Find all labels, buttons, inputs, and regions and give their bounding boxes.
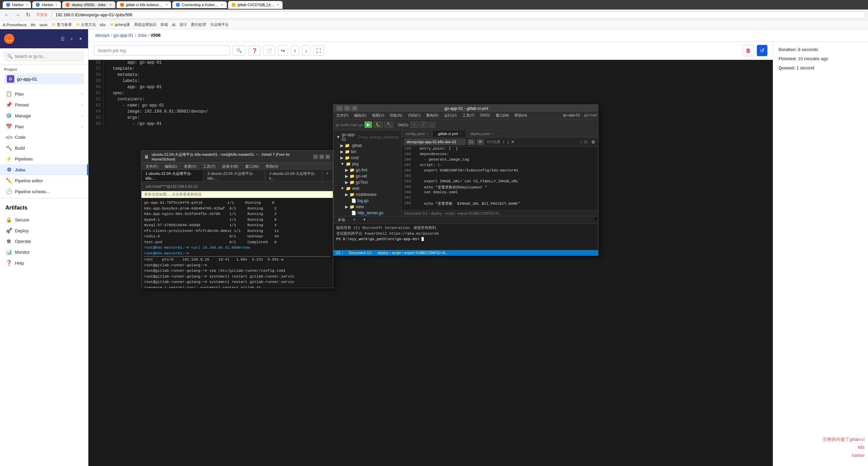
menu-window[interactable]: 窗口(W) bbox=[244, 164, 260, 169]
ide-tab-config[interactable]: config.yaml × bbox=[402, 130, 433, 137]
ide-term-tab-new[interactable]: + bbox=[349, 216, 359, 223]
download-btn[interactable]: 📄 bbox=[263, 46, 275, 56]
maximize-btn[interactable]: □ bbox=[319, 154, 324, 159]
xshell-tab-2[interactable]: 2 ubuntu-22.04-大运维平台-k8s-... bbox=[203, 170, 265, 181]
ide-word-btn[interactable]: W bbox=[477, 139, 483, 145]
ide-settings-btn[interactable]: ⚙ bbox=[591, 139, 595, 145]
tab-k8s[interactable]: Connecting a Kuberne... × bbox=[172, 1, 227, 8]
ide-maximize-btn[interactable]: □ bbox=[344, 106, 350, 111]
bookmark-review[interactable]: 复习备课 bbox=[52, 22, 72, 27]
menu-tools[interactable]: 工具(T) bbox=[202, 164, 217, 169]
gitlab-logo[interactable]: 🦊 bbox=[4, 34, 14, 44]
ide-term-tab-local[interactable]: 本地 bbox=[334, 216, 349, 223]
tree-item[interactable]: ▶📁 go-fmt bbox=[334, 167, 401, 173]
forward-btn[interactable]: → bbox=[14, 11, 22, 19]
ide-tab-close-icon[interactable]: × bbox=[427, 132, 429, 136]
menu-help[interactable]: 帮助(H) bbox=[264, 164, 279, 169]
bookmark-prometheus[interactable]: A-Prometheus bbox=[3, 23, 27, 27]
ide-filetree[interactable]: ▼go-app-01 D:\nyy_work\go_path\src\g▶📁 .… bbox=[334, 130, 402, 216]
tab-cicd[interactable]: gitlab CI/CD与线上k8s... × bbox=[228, 1, 283, 9]
ide-menu-git[interactable]: Git(G) bbox=[477, 112, 493, 119]
tree-item[interactable]: ▶📁 cmd bbox=[334, 155, 401, 161]
ide-case-btn[interactable]: Cc bbox=[467, 139, 475, 145]
tab-close-btn[interactable]: × bbox=[277, 3, 279, 7]
tab-harbor1[interactable]: Harbor × bbox=[3, 1, 31, 8]
new-item-btn[interactable]: + bbox=[69, 35, 74, 43]
ide-git-push-btn[interactable]: ✓ bbox=[420, 121, 427, 128]
address-input[interactable] bbox=[52, 11, 865, 19]
back-btn[interactable]: ← bbox=[3, 11, 11, 19]
ide-minimize-btn[interactable]: ─ bbox=[336, 106, 343, 111]
ide-tab-close-icon[interactable]: × bbox=[460, 132, 462, 136]
retry-btn[interactable]: ↺ bbox=[757, 45, 767, 56]
sidebar-item-secure[interactable]: 🔒 Secure bbox=[0, 214, 88, 225]
sidebar-item-plan2[interactable]: 📅 Plan › bbox=[0, 121, 88, 132]
ide-code-editor[interactable]: 198 entry_point: [ ]199 dependencies:200… bbox=[402, 147, 598, 210]
ide-status-doc[interactable]: Document 1/1 bbox=[349, 251, 372, 255]
sidebar-item-help[interactable]: ❓ Help bbox=[0, 257, 88, 268]
breadcrumb-jobs[interactable]: Jobs bbox=[137, 33, 147, 38]
bookmark-sysops[interactable]: 系统运维知识 bbox=[134, 22, 156, 27]
xshell-tab-3[interactable]: 3 ubuntu-22.04-大运维平台-k... bbox=[265, 170, 322, 181]
tab-close-btn[interactable]: × bbox=[166, 3, 168, 7]
ide-menu-code[interactable]: 代码(C) bbox=[405, 112, 423, 119]
ide-find-next-btn[interactable]: ↓ bbox=[507, 139, 509, 145]
sidebar-item-pipeline-schedule[interactable]: 🕐 Pipeline schedu... bbox=[0, 186, 88, 197]
tab-close-btn[interactable]: × bbox=[110, 3, 112, 7]
ide-menu-tools[interactable]: 工具(T) bbox=[460, 112, 477, 119]
sidebar-item-deploy[interactable]: 🚀 Deploy bbox=[0, 225, 88, 236]
scroll-up-btn[interactable]: ↑ bbox=[291, 46, 299, 56]
ide-window[interactable]: ─ □ × go-app-01 - gitlab-ci.yml 文件(F) 编辑… bbox=[333, 104, 598, 256]
search-submit-btn[interactable]: 🔍 bbox=[233, 46, 246, 55]
menu-edit[interactable]: 编辑(E) bbox=[163, 164, 178, 169]
ide-menu-run[interactable]: 运行(U) bbox=[441, 112, 459, 119]
search-input[interactable] bbox=[15, 54, 81, 59]
ide-find-input[interactable] bbox=[404, 139, 465, 145]
ide-menu-edit[interactable]: 编辑(E) bbox=[351, 112, 369, 119]
tab-deploy506[interactable]: deploy (#506) · Jobs · × bbox=[62, 1, 115, 8]
tree-item[interactable]: ▼📁 web bbox=[334, 185, 401, 192]
ide-debug-btn[interactable]: 🐛 bbox=[373, 121, 383, 128]
ide-find-close-btn[interactable]: × bbox=[511, 139, 514, 145]
tab-harbor2[interactable]: Harbor × bbox=[32, 1, 61, 8]
search-job-input[interactable] bbox=[94, 46, 230, 55]
bookmark-k8s[interactable]: k8s bbox=[100, 23, 106, 27]
sidebar-item-code[interactable]: </> Code bbox=[0, 132, 88, 143]
artifacts-label[interactable]: Artifacts bbox=[0, 201, 88, 214]
tree-item[interactable]: ▶📁 bin bbox=[334, 149, 401, 155]
ide-git-commit-btn[interactable]: ✓ bbox=[410, 121, 418, 128]
sidebar-item-manage[interactable]: ⚙️ Manage › bbox=[0, 110, 88, 121]
project-item[interactable]: G go-app-01 bbox=[4, 73, 84, 84]
ide-menu-file[interactable]: 文件(F) bbox=[334, 112, 351, 119]
sidebar-toggle-btn[interactable]: ☰ bbox=[59, 35, 66, 43]
bookmark-work[interactable]: work bbox=[39, 23, 47, 27]
ide-git-pull-btn[interactable]: ↓ bbox=[429, 122, 436, 128]
tree-item[interactable]: ▼📁 pkg bbox=[334, 161, 401, 167]
sidebar-item-monitor[interactable]: 📊 Monitor bbox=[0, 247, 88, 257]
sidebar-item-build[interactable]: 🔨 Build bbox=[0, 143, 88, 153]
ide-menu-refactor[interactable]: 重构(R) bbox=[423, 112, 441, 119]
ide-tab-close-icon[interactable]: × bbox=[492, 132, 494, 136]
ide-menu-window[interactable]: 窗口(W) bbox=[493, 112, 512, 119]
tree-item[interactable]: 📄 http_server.go bbox=[334, 210, 401, 216]
tree-item[interactable]: 📄 log.go bbox=[334, 198, 401, 204]
xshell-content[interactable]: go-app-01-76f5cc8479-gvhj8 1/1 Running 0… bbox=[141, 198, 333, 288]
ide-term-tab-more[interactable]: ▾ bbox=[359, 216, 370, 223]
scroll-to-end-btn[interactable]: ↪ bbox=[278, 46, 288, 56]
bookmark-frontend[interactable]: 前端 bbox=[160, 22, 168, 27]
breadcrumb-devops[interactable]: devops bbox=[95, 33, 109, 38]
sidebar-item-plan[interactable]: 📋 Plan › bbox=[0, 88, 88, 99]
ide-menu-view[interactable]: 视图(V) bbox=[369, 112, 387, 119]
sidebar-item-jobs[interactable]: ⚙ Jobs bbox=[0, 164, 88, 175]
tab-close-btn[interactable]: × bbox=[26, 3, 28, 7]
bookmark-life[interactable]: life bbox=[31, 23, 35, 27]
tree-item[interactable]: ▶📁 view bbox=[334, 204, 401, 210]
menu-file[interactable]: 文件(F) bbox=[144, 164, 159, 169]
fullscreen-btn[interactable]: ⛶ bbox=[313, 46, 324, 56]
tree-item[interactable]: ▶📁 go-vet bbox=[334, 173, 401, 179]
ide-run-btn[interactable]: ▶ bbox=[364, 121, 372, 128]
help-btn[interactable]: ❓ bbox=[249, 46, 260, 56]
xshell-tab-new[interactable]: + bbox=[322, 170, 333, 181]
ide-find-prev-btn[interactable]: ↑ bbox=[503, 139, 505, 145]
tree-item[interactable]: ▶📁 .gitlab bbox=[334, 143, 401, 149]
